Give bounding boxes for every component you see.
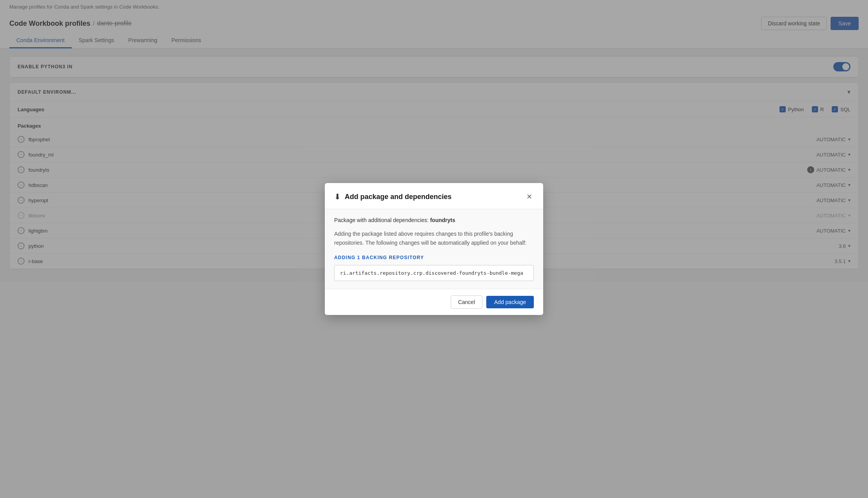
- modal-title-row: ⬇ Add package and dependencies: [334, 192, 452, 201]
- modal-header: ⬇ Add package and dependencies ✕: [325, 183, 543, 209]
- page-background: Manage profiles for Conda and Spark sett…: [0, 0, 868, 498]
- package-info-text: Package with additional dependencies: fo…: [334, 217, 534, 223]
- modal-close-button[interactable]: ✕: [525, 191, 534, 203]
- add-package-modal: ⬇ Add package and dependencies ✕ Package…: [325, 183, 543, 315]
- download-icon: ⬇: [334, 192, 341, 201]
- repository-value: ri.artifacts.repository.crp.discovered-f…: [334, 265, 534, 281]
- add-package-button[interactable]: Add package: [486, 296, 534, 308]
- modal-footer: Cancel Add package: [325, 289, 543, 315]
- modal-title: Add package and dependencies: [345, 193, 452, 201]
- modal-overlay: ⬇ Add package and dependencies ✕ Package…: [0, 0, 868, 498]
- modal-body: Package with additional dependencies: fo…: [325, 209, 543, 289]
- modal-section-title: ADDING 1 BACKING REPOSITORY: [334, 255, 534, 260]
- cancel-button[interactable]: Cancel: [451, 295, 483, 309]
- package-name-label: foundryts: [430, 217, 455, 223]
- modal-description: Adding the package listed above requires…: [334, 229, 534, 247]
